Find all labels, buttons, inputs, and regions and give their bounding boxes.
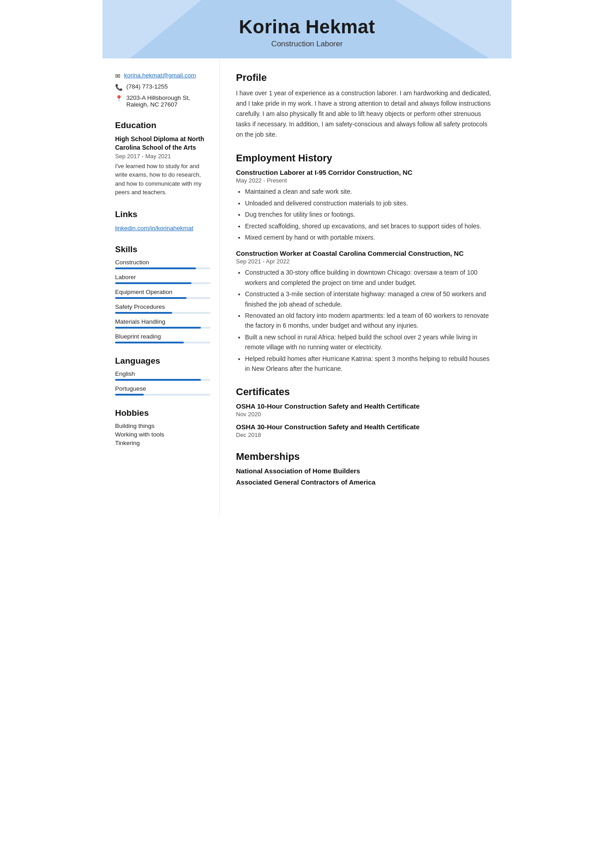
skill-item: Blueprint reading [115,333,210,343]
job-bullet: Erected scaffolding, shored up excavatio… [245,221,495,231]
language-bar-bg [115,394,210,396]
email-icon: ✉ [115,72,120,80]
contact-phone: 📞 (784) 773-1255 [115,83,210,91]
hobby-item: Tinkering [115,440,210,446]
language-bar-bg [115,379,210,381]
cert-date: Nov 2020 [236,411,495,418]
language-bar-fill [115,394,144,396]
skill-bar-bg [115,282,210,284]
skill-bar-fill [115,342,184,343]
cert-date: Dec 2018 [236,432,495,438]
profile-section: Profile I have over 1 year of experience… [236,72,495,140]
contact-section: ✉ korina.hekmat@gmail.com 📞 (784) 773-12… [115,72,210,108]
job-title: Construction Worker at Coastal Carolina … [236,249,495,257]
membership-item: National Association of Home Builders [236,467,495,475]
hobby-item: Building things [115,423,210,429]
body-wrap: ✉ korina.hekmat@gmail.com 📞 (784) 773-12… [102,58,512,516]
cert-item: OSHA 30-Hour Construction Safety and Hea… [236,423,495,438]
job-date: Sep 2021 - Apr 2022 [236,258,495,265]
skill-name: Equipment Operation [115,289,210,295]
employment-section: Employment History Construction Laborer … [236,152,495,374]
address: 3203-A Hillsborough St, Raleigh, NC 2760… [126,94,190,108]
certs-list: OSHA 10-Hour Construction Safety and Hea… [236,402,495,438]
job-bullet: Maintained a clean and safe work site. [245,187,495,196]
job-bullet: Constructed a 3-mile section of intersta… [245,289,495,309]
education-heading: Education [115,120,210,130]
edu-description: I've learned how to study for and write … [115,162,210,197]
skill-bar-fill [115,312,172,314]
sidebar: ✉ korina.hekmat@gmail.com 📞 (784) 773-12… [102,58,219,477]
contact-address: 📍 3203-A Hillsborough St, Raleigh, NC 27… [115,94,210,108]
language-bar-fill [115,379,201,381]
skills-section: Skills Construction Laborer Equipment Op… [115,245,210,343]
cert-name: OSHA 30-Hour Construction Safety and Hea… [236,423,495,431]
skill-bar-fill [115,297,187,299]
job-bullet: Unloaded and delivered construction mate… [245,198,495,208]
candidate-title: Construction Laborer [111,40,503,49]
job-bullet: Dug trenches for utility lines or footin… [245,209,495,219]
education-section: Education High School Diploma at North C… [115,120,210,197]
job-item: Construction Worker at Coastal Carolina … [236,249,495,374]
job-item: Construction Laborer at I-95 Corridor Co… [236,169,495,242]
languages-section: Languages English Portuguese [115,356,210,396]
language-item: English [115,370,210,381]
skill-name: Materials Handling [115,318,210,325]
job-bullet: Built a new school in rural Africa: help… [245,332,495,352]
linkedin-link[interactable]: linkedin.com/in/korinahekmat [115,225,193,231]
language-name: English [115,370,210,377]
skill-bar-fill [115,267,196,269]
skill-item: Construction [115,259,210,269]
skill-bar-bg [115,327,210,329]
hobbies-section: Hobbies Building thingsWorking with tool… [115,408,210,446]
skill-item: Materials Handling [115,318,210,329]
job-bullets: Constructed a 30-story office building i… [236,267,495,374]
language-item: Portuguese [115,385,210,396]
skill-bar-bg [115,312,210,314]
job-bullet: Renovated an old factory into modern apa… [245,311,495,331]
skill-bar-bg [115,267,210,269]
jobs-list: Construction Laborer at I-95 Corridor Co… [236,169,495,374]
languages-list: English Portuguese [115,370,210,396]
cert-name: OSHA 10-Hour Construction Safety and Hea… [236,402,495,410]
main-content: Profile I have over 1 year of experience… [219,58,512,516]
certificates-section: Certificates OSHA 10-Hour Construction S… [236,386,495,438]
profile-text: I have over 1 year of experience as a co… [236,88,495,140]
skill-item: Laborer [115,274,210,284]
memberships-heading: Memberships [236,451,495,463]
languages-heading: Languages [115,356,210,366]
phone-number: (784) 773-1255 [126,83,168,90]
skill-name: Construction [115,259,210,266]
memberships-list: National Association of Home BuildersAss… [236,467,495,486]
job-bullet: Mixed cement by hand or with portable mi… [245,232,495,242]
job-bullets: Maintained a clean and safe work site.Un… [236,187,495,242]
certificates-heading: Certificates [236,386,495,398]
links-heading: Links [115,209,210,219]
skill-item: Safety Procedures [115,303,210,314]
edu-date: Sep 2017 - May 2021 [115,153,210,160]
skill-item: Equipment Operation [115,289,210,299]
employment-heading: Employment History [236,152,495,164]
skill-name: Blueprint reading [115,333,210,340]
edu-degree: High School Diploma at North Carolina Sc… [115,135,210,152]
skill-bar-bg [115,297,210,299]
contact-email: ✉ korina.hekmat@gmail.com [115,72,210,80]
links-section: Links linkedin.com/in/korinahekmat [115,209,210,232]
linkedin-link-item: linkedin.com/in/korinahekmat [115,224,210,232]
job-title: Construction Laborer at I-95 Corridor Co… [236,169,495,176]
phone-icon: 📞 [115,84,123,91]
skill-bar-bg [115,342,210,343]
skill-bar-fill [115,282,191,284]
hobbies-heading: Hobbies [115,408,210,418]
memberships-section: Memberships National Association of Home… [236,451,495,486]
email-link[interactable]: korina.hekmat@gmail.com [124,72,196,79]
header: Korina Hekmat Construction Laborer [102,0,512,58]
job-date: May 2022 - Present [236,177,495,184]
skills-list: Construction Laborer Equipment Operation… [115,259,210,343]
profile-heading: Profile [236,72,495,84]
skill-name: Laborer [115,274,210,280]
cert-item: OSHA 10-Hour Construction Safety and Hea… [236,402,495,418]
hobbies-list: Building thingsWorking with toolsTinkeri… [115,423,210,446]
hobby-item: Working with tools [115,431,210,438]
job-bullet: Constructed a 30-story office building i… [245,267,495,288]
membership-item: Associated General Contractors of Americ… [236,478,495,486]
